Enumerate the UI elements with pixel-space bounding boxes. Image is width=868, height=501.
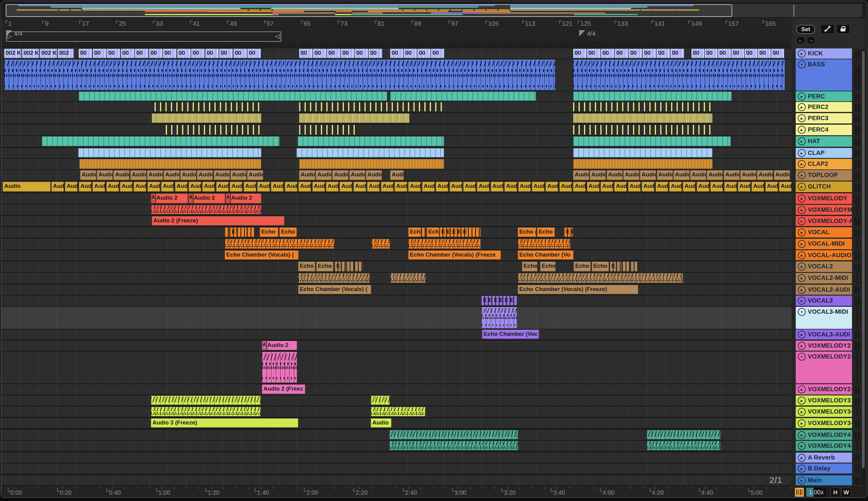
track-lane-voxmelody3-[interactable]: Audio 3 (Freeze)Audio — [1, 418, 794, 428]
track-play-icon[interactable]: ▶ — [798, 114, 806, 122]
clip[interactable]: 00 — [404, 49, 417, 58]
clip[interactable] — [371, 407, 425, 416]
clip[interactable]: Aud — [257, 182, 270, 192]
clip[interactable]: Aud — [244, 182, 256, 192]
track-lane-voxmelody2-[interactable] — [1, 352, 794, 383]
clip[interactable]: Aud — [573, 182, 586, 192]
clip[interactable] — [262, 352, 297, 383]
clip[interactable]: 00 — [390, 49, 403, 58]
clip[interactable]: 00 — [643, 49, 656, 58]
clip[interactable]: Echo — [280, 227, 297, 237]
clip[interactable]: 00 — [177, 49, 191, 58]
track-header-voxmelody[interactable]: ▶VOXMELODY — [796, 193, 852, 204]
collapse-arrow-icon[interactable]: ▼ — [798, 308, 806, 316]
track-header-voxmelodym[interactable]: ▶VOXMELODYM — [796, 205, 852, 215]
clip[interactable] — [518, 239, 571, 249]
clip[interactable]: Echo ( — [592, 262, 609, 271]
track-lane-voxmelody4-[interactable] — [1, 441, 794, 451]
track-play-icon[interactable]: ▶ — [798, 263, 806, 270]
clip[interactable] — [342, 262, 346, 271]
clip[interactable]: Aud — [477, 182, 489, 192]
clip[interactable]: Audio — [247, 170, 263, 180]
forward-button[interactable]: → — [806, 36, 815, 44]
clip[interactable]: Echo — [574, 262, 591, 271]
clip[interactable]: Audio — [724, 170, 740, 180]
clip[interactable] — [299, 102, 444, 111]
clip[interactable] — [573, 159, 713, 169]
track-lane-voxmelody-a[interactable]: Audio 2 (Freeze) — [1, 216, 794, 226]
clip[interactable]: Audio — [607, 170, 623, 180]
loop-end-handle[interactable]: ◁ — [275, 32, 280, 40]
clip[interactable]: E E — [564, 227, 573, 237]
clip[interactable]: 00 — [431, 49, 444, 58]
clip[interactable]: E — [230, 227, 237, 237]
zoom-width-button[interactable]: W — [842, 488, 851, 497]
clip[interactable]: E — [610, 262, 616, 271]
clip[interactable]: Echo ( — [427, 227, 439, 237]
track-play-icon[interactable]: ▶ — [798, 419, 806, 427]
clip[interactable] — [408, 239, 480, 249]
track-header-perc[interactable]: ▶PERC — [796, 92, 852, 102]
track-header-voxmelody3-[interactable]: ▶VOXMELODY3- — [796, 407, 852, 417]
track-header-voxmelody4-[interactable]: ▶VOXMELODY4- — [796, 441, 852, 451]
clip[interactable]: Aud — [381, 182, 393, 192]
track-header-vocal[interactable]: ▶VOCAL — [796, 227, 852, 237]
clip[interactable]: Echo — [260, 227, 278, 237]
clip[interactable] — [238, 227, 247, 237]
track-play-icon[interactable]: ▶ — [798, 171, 806, 179]
track-header-voxmelody3[interactable]: ▶VOXMELODY3 — [796, 395, 852, 405]
track-lane-vocal[interactable]: EEchoEchoEcho (Echo (E E E E EEcho (Echo… — [1, 227, 794, 237]
clip[interactable]: 00 — [341, 49, 355, 58]
clip[interactable]: Audio — [740, 170, 756, 180]
clip[interactable]: 00 — [745, 49, 758, 58]
clip[interactable]: Audio — [690, 170, 706, 180]
clip[interactable]: Aud — [587, 182, 599, 192]
clip[interactable] — [298, 273, 370, 283]
clip[interactable]: Aud — [738, 182, 750, 192]
track-lane-vocal-audio[interactable]: Echo Chamber (Vocals) (Echo Chamber (Voc… — [1, 250, 794, 260]
clip[interactable]: Audio — [333, 170, 348, 180]
clip[interactable]: Audio 2 (Freez — [262, 384, 305, 394]
track-play-icon[interactable]: ▶ — [798, 206, 806, 214]
track-play-icon[interactable]: ▶ — [798, 408, 806, 416]
clip[interactable]: Echo ( — [518, 227, 536, 237]
track-play-icon[interactable]: ▶ — [798, 194, 806, 202]
clip[interactable]: Aud — [532, 182, 544, 192]
clip[interactable]: Audio — [657, 170, 673, 180]
clip[interactable]: Aud — [766, 182, 778, 192]
clip[interactable]: Aud — [504, 182, 517, 192]
clip[interactable]: 00 — [587, 49, 601, 58]
track-header-glitch[interactable]: ▶GLITCH — [796, 182, 852, 192]
clip[interactable]: Aud — [614, 182, 627, 192]
clip[interactable]: 00 — [313, 49, 327, 58]
clip[interactable]: E — [335, 262, 341, 271]
clip[interactable]: 00 — [79, 49, 92, 58]
clip[interactable]: 00 — [615, 49, 628, 58]
clip[interactable]: Aud — [450, 182, 462, 192]
clip[interactable]: Aud — [189, 182, 201, 192]
clip[interactable]: AAudio 2 — [188, 194, 225, 203]
clip[interactable]: Echo ( — [408, 227, 421, 237]
clip[interactable]: Audio 3 (Freeze) — [151, 418, 298, 427]
clip[interactable]: Aud — [779, 182, 792, 192]
track-header-perc4[interactable]: ▶PERC4 — [796, 125, 852, 135]
clip[interactable]: Echo Chamber (Vo — [518, 250, 573, 259]
playback-speed-box[interactable]: 1.00x — [806, 488, 826, 497]
clip[interactable]: Aud — [463, 182, 476, 192]
clip[interactable] — [299, 114, 410, 123]
clip[interactable]: Aud — [271, 182, 283, 192]
track-lane-toploop[interactable]: AudioAudioAudioAudioAudioAudioAudioAudio… — [1, 170, 794, 181]
track-lane-vocal3-midi[interactable] — [1, 307, 794, 329]
clip[interactable]: 00 — [691, 49, 704, 58]
clip[interactable]: Aud — [216, 182, 229, 192]
clip[interactable] — [166, 125, 261, 135]
track-play-icon[interactable]: ▶ — [798, 126, 806, 134]
clip[interactable] — [151, 396, 261, 405]
track-header-vocal2-midi[interactable]: ▶VOCAL2-MIDI — [796, 273, 852, 284]
loop-start-handle[interactable]: ▷ — [7, 32, 12, 40]
lock-envelopes-button[interactable] — [836, 24, 850, 34]
track-header-clap2[interactable]: ▶CLAP2 — [796, 159, 852, 169]
clip[interactable]: Aud — [491, 182, 503, 192]
clip[interactable] — [347, 262, 354, 271]
clip[interactable]: AAudio 2 — [151, 194, 188, 203]
